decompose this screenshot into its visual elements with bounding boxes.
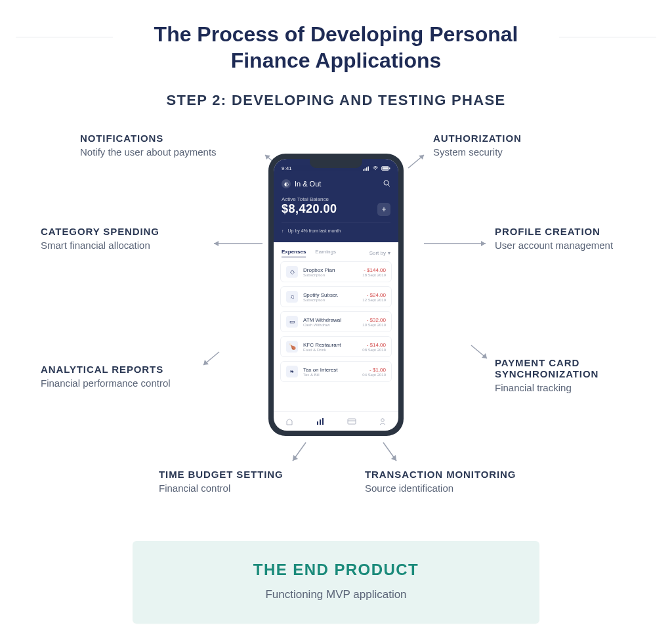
feature-sub: Smart financial allocation xyxy=(41,240,159,251)
item-category: Food & Drink xyxy=(303,348,357,352)
svg-rect-29 xyxy=(348,419,356,424)
transaction-list: ◇ Dropbox PlanSubscription - $144.0018 S… xyxy=(274,261,398,411)
search-icon[interactable] xyxy=(383,180,390,188)
balance-trend: ↑ Up by 4% from last month xyxy=(282,223,390,233)
item-category: Subscription xyxy=(303,273,357,277)
arrow-icon xyxy=(423,239,488,248)
item-name: Tax on Interest xyxy=(303,367,357,373)
svg-marker-11 xyxy=(482,353,487,358)
svg-line-8 xyxy=(203,352,219,365)
item-date: 08 Sept 2019 xyxy=(362,348,386,352)
diagram-area: NOTIFICATIONS Notify the user about paym… xyxy=(16,114,656,534)
status-time: 9:41 xyxy=(282,165,292,171)
item-category: Subscription xyxy=(303,298,357,302)
tab-earnings[interactable]: Earnings xyxy=(315,249,336,257)
wallet-icon: ▭ xyxy=(286,316,298,328)
user-icon[interactable] xyxy=(378,417,387,426)
phone-screen: 9:41 ◐ In & Out xyxy=(274,159,398,431)
sort-button[interactable]: Sort by ▾ xyxy=(369,250,390,256)
item-amount: - $24.00 xyxy=(362,292,386,298)
svg-marker-15 xyxy=(391,455,396,461)
arrow-icon xyxy=(202,351,222,368)
feature-time-budget: TIME BUDGET SETTING Financial control xyxy=(159,469,284,494)
item-name: Dropbox Plan xyxy=(303,267,357,273)
svg-rect-18 xyxy=(366,167,368,171)
card-icon[interactable] xyxy=(347,417,356,426)
dropbox-icon: ◇ xyxy=(286,266,298,278)
item-name: ATM Withdrawal xyxy=(303,317,357,323)
feature-title: NOTIFICATIONS xyxy=(80,133,217,144)
svg-rect-23 xyxy=(389,167,390,169)
end-product-card: THE END PRODUCT Functioning MVP applicat… xyxy=(133,541,539,624)
feature-transaction-monitoring: TRANSACTION MONITORING Source identifica… xyxy=(365,469,516,494)
svg-marker-13 xyxy=(293,455,298,461)
feature-sub: Financial control xyxy=(159,483,284,494)
wifi-icon xyxy=(372,166,379,171)
svg-point-20 xyxy=(375,169,376,171)
svg-rect-27 xyxy=(320,419,321,425)
item-amount: - $32.00 xyxy=(362,317,386,323)
svg-rect-28 xyxy=(322,418,324,425)
trend-up-icon: ↑ xyxy=(282,228,284,233)
page-title: The Process of Developing Personal Finan… xyxy=(126,21,546,74)
svg-rect-22 xyxy=(383,167,388,170)
svg-marker-3 xyxy=(419,155,424,160)
app-name: In & Out xyxy=(295,180,321,188)
svg-rect-16 xyxy=(363,169,364,171)
arrow-icon xyxy=(407,154,427,171)
status-indicators xyxy=(363,165,390,171)
feature-category-spending: CATEGORY SPENDING Smart financial alloca… xyxy=(41,226,159,251)
svg-point-31 xyxy=(381,418,385,421)
svg-marker-9 xyxy=(203,360,209,365)
feature-analytical-reports: ANALYTICAL REPORTS Financial performance… xyxy=(41,364,171,389)
tabs-left: Expenses Earnings xyxy=(282,249,336,257)
item-date: 04 Sept 2019 xyxy=(362,373,386,377)
item-name: KFC Restaurant xyxy=(303,342,357,348)
svg-point-24 xyxy=(384,181,388,185)
feature-sub: User account management xyxy=(495,240,613,251)
list-item[interactable]: ▭ ATM WithdrawalCash Withdraw - $32.0010… xyxy=(280,311,392,332)
balance-value: $8,420.00 xyxy=(282,202,337,216)
feature-title: PROFILE CREATION xyxy=(495,226,613,237)
list-item[interactable]: 🍗 KFC RestaurantFood & Drink - $14.0008 … xyxy=(280,336,392,357)
arrow-icon xyxy=(470,344,490,361)
item-name: Spotify Subscr. xyxy=(303,292,357,298)
add-button[interactable]: + xyxy=(377,203,390,216)
item-amount: - $1.00 xyxy=(362,367,386,373)
chevron-down-icon: ▾ xyxy=(388,250,390,256)
chart-icon[interactable] xyxy=(316,417,325,426)
music-icon: ♫ xyxy=(286,291,298,303)
svg-line-25 xyxy=(388,184,390,186)
feature-authorization: AUTHORIZATION System security xyxy=(433,133,522,158)
svg-rect-17 xyxy=(365,169,366,171)
divider-left xyxy=(16,37,113,37)
feature-title: PAYMENT CARD SYNCHRONIZATION xyxy=(495,357,656,379)
end-sub: Functioning MVP application xyxy=(146,588,526,601)
feature-payment-card-sync: PAYMENT CARD SYNCHRONIZATION Financial t… xyxy=(495,357,656,393)
divider-right xyxy=(559,37,656,37)
arrow-icon xyxy=(381,441,400,463)
list-item[interactable]: ◇ Dropbox PlanSubscription - $144.0018 S… xyxy=(280,261,392,282)
svg-line-2 xyxy=(408,155,424,168)
list-item[interactable]: ❧ Tax on InterestTax & Bill - $1.0004 Se… xyxy=(280,361,392,382)
feature-title: ANALYTICAL REPORTS xyxy=(41,364,171,375)
end-title: THE END PRODUCT xyxy=(146,561,526,579)
app-title-row: ◐ In & Out xyxy=(282,179,390,188)
tabs-row: Expenses Earnings Sort by ▾ xyxy=(274,242,398,261)
phone-notch xyxy=(310,159,362,168)
svg-line-14 xyxy=(383,442,396,461)
list-item[interactable]: ♫ Spotify Subscr.Subscription - $24.0012… xyxy=(280,286,392,307)
page-subtitle: STEP 2: DEVELOPING AND TESTING PHASE xyxy=(16,92,656,109)
svg-line-10 xyxy=(471,345,487,358)
bottom-nav xyxy=(274,411,398,431)
item-date: 18 Sept 2019 xyxy=(362,273,386,277)
item-amount: - $14.00 xyxy=(362,342,386,348)
svg-marker-7 xyxy=(481,241,486,246)
feature-title: CATEGORY SPENDING xyxy=(41,226,159,237)
tab-expenses[interactable]: Expenses xyxy=(282,249,306,257)
feature-title: AUTHORIZATION xyxy=(433,133,522,144)
item-amount: - $144.00 xyxy=(362,267,386,273)
trend-text: Up by 4% from last month xyxy=(288,228,341,233)
home-icon[interactable] xyxy=(285,417,294,426)
feature-title: TRANSACTION MONITORING xyxy=(365,469,516,480)
